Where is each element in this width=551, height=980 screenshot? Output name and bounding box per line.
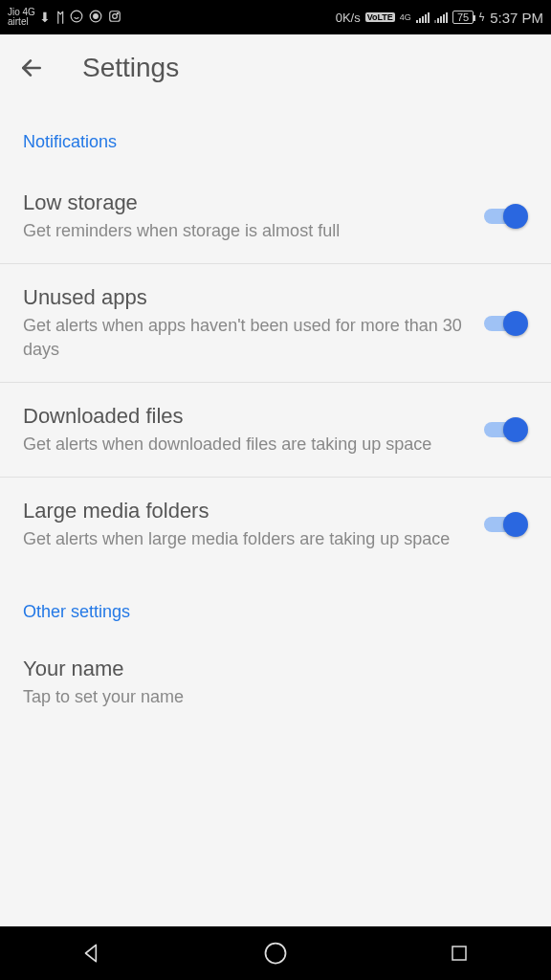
download-icon: ⬇ [39,10,51,25]
svg-point-2 [94,13,99,18]
setting-text: Your name Tap to set your name [23,657,528,708]
setting-title: Your name [23,657,513,681]
setting-low-storage[interactable]: Low storage Get reminders when storage i… [0,169,551,264]
setting-title: Downloaded files [23,404,469,429]
circle-icon [89,10,102,26]
svg-point-4 [113,13,118,18]
nav-home-button[interactable] [256,934,295,972]
setting-subtitle: Get alerts when downloaded files are tak… [23,433,469,456]
signal-icon-2 [434,11,448,23]
svg-point-7 [266,944,286,964]
toggle-large-media[interactable] [484,511,528,538]
section-header-notifications: Notifications [0,101,551,169]
setting-title: Low storage [23,190,469,215]
setting-unused-apps[interactable]: Unused apps Get alerts when apps haven't… [0,264,551,383]
battery-icon: 75 [452,11,474,24]
setting-title: Unused apps [23,285,469,310]
status-right: 0K/s VoLTE 4G 75 ϟ 5:37 PM [336,10,543,26]
page-title: Settings [82,53,179,83]
setting-title: Large media folders [23,499,469,523]
app-header: Settings [0,34,551,101]
status-bar: Jio 4G airtel ⬇ ᛖ 0K/s VoLTE 4G 75 ϟ 5:3… [0,0,551,34]
toggle-downloaded-files[interactable] [484,416,528,443]
setting-subtitle: Get reminders when storage is almost ful… [23,219,469,242]
charging-icon: ϟ [478,11,485,24]
network-type: 4G [400,12,411,22]
setting-large-media[interactable]: Large media folders Get alerts when larg… [0,478,551,571]
section-header-other: Other settings [0,571,551,639]
setting-downloaded-files[interactable]: Downloaded files Get alerts when downloa… [0,383,551,478]
svg-point-5 [117,12,118,13]
clock: 5:37 PM [490,10,543,26]
nav-recent-button[interactable] [440,934,478,972]
m-icon: ᛖ [56,10,64,25]
signal-icon [416,11,430,23]
whatsapp-icon [70,10,83,26]
status-left: Jio 4G airtel ⬇ ᛖ [8,8,121,27]
data-rate: 0K/s [336,11,361,25]
status-icons-left: ⬇ ᛖ [39,10,121,26]
setting-subtitle: Tap to set your name [23,685,513,708]
svg-point-0 [71,11,82,22]
setting-subtitle: Get alerts when large media folders are … [23,527,469,550]
back-button[interactable] [19,56,44,80]
setting-text: Downloaded files Get alerts when downloa… [23,404,484,456]
instagram-icon [108,10,121,26]
setting-text: Low storage Get reminders when storage i… [23,190,484,242]
volte-badge: VoLTE [365,12,395,22]
nav-back-button[interactable] [73,934,111,972]
setting-your-name[interactable]: Your name Tap to set your name [0,639,551,729]
settings-content: Notifications Low storage Get reminders … [0,101,551,730]
toggle-unused-apps[interactable] [484,310,528,337]
navigation-bar [0,926,551,980]
setting-text: Unused apps Get alerts when apps haven't… [23,285,484,361]
toggle-low-storage[interactable] [484,203,528,230]
svg-rect-8 [452,947,466,960]
setting-text: Large media folders Get alerts when larg… [23,499,484,550]
carrier-label: Jio 4G airtel [8,8,35,27]
setting-subtitle: Get alerts when apps haven't been used f… [23,314,469,361]
